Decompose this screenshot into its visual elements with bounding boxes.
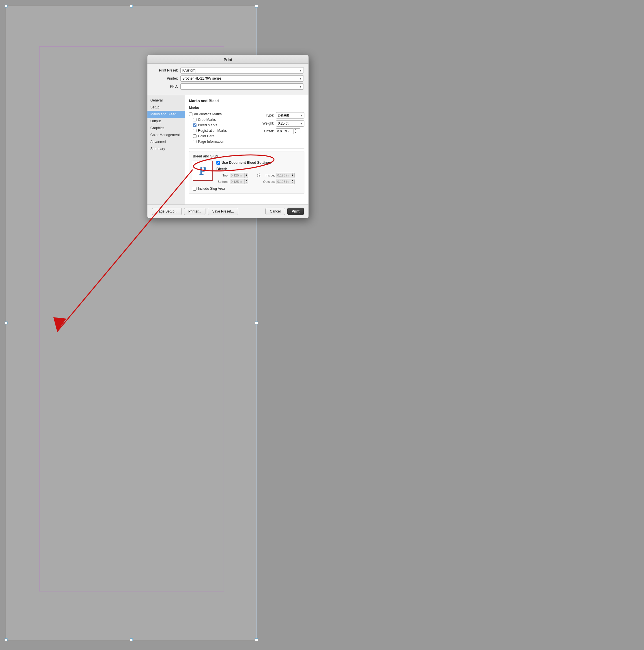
offset-row: Offset: ▲ ▼ [258, 128, 304, 134]
color-bars-label: Color Bars [198, 134, 214, 138]
section-divider [189, 148, 304, 149]
print-preset-select[interactable]: [Custom] [180, 67, 304, 74]
weight-select-wrapper: 0.25 pt ▼ [276, 120, 304, 127]
sidebar-item-output[interactable]: Output [147, 118, 185, 124]
bleed-marks-label: Bleed Marks [198, 123, 217, 127]
inside-down-arrow[interactable]: ▼ [291, 175, 294, 177]
printer-label: Printer: [152, 76, 178, 80]
inside-arrows: ▲ ▼ [291, 173, 294, 178]
offset-up-arrow[interactable]: ▲ [294, 128, 298, 131]
outside-label: Outside: [263, 180, 275, 183]
offset-label: Offset: [258, 129, 274, 133]
use-doc-bleed-checkbox[interactable] [216, 161, 220, 165]
registration-marks-row: Registration Marks [193, 129, 252, 133]
bottom-label: Bottom: [216, 180, 229, 183]
registration-marks-checkbox[interactable] [193, 129, 197, 132]
crop-marks-row: Crop Marks [193, 118, 252, 122]
top-spinner: ▲ ▼ [230, 173, 248, 178]
bleed-slug-title: Bleed and Slug [193, 154, 301, 158]
type-row: Type: Default ▼ [258, 112, 304, 118]
color-bars-checkbox[interactable] [193, 134, 197, 138]
dialog-titlebar: Print [147, 55, 308, 64]
print-button[interactable]: Print [287, 208, 304, 215]
bottom-input[interactable] [230, 179, 244, 184]
outside-up-arrow[interactable]: ▲ [291, 179, 294, 181]
print-preset-row: Print Preset: [Custom] ▼ [152, 67, 304, 74]
bleed-marks-checkbox[interactable] [193, 123, 197, 127]
include-slug-checkbox[interactable] [193, 187, 197, 191]
handle-tl [5, 5, 7, 7]
crop-marks-checkbox[interactable] [193, 118, 197, 121]
sidebar-item-graphics[interactable]: Graphics [147, 124, 185, 132]
offset-spinner: ▲ ▼ [276, 128, 300, 134]
inside-field-group: Inside: ▲ ▼ [263, 173, 301, 178]
ppd-row: PPD: ▼ [152, 83, 304, 90]
type-label: Type: [258, 113, 274, 117]
top-down-arrow[interactable]: ▼ [245, 175, 248, 177]
marks-properties: Type: Default ▼ Weight: 0.25 pt [258, 112, 304, 145]
bottom-down-arrow[interactable]: ▼ [245, 181, 248, 183]
registration-marks-label: Registration Marks [198, 129, 227, 133]
panel-title: Marks and Bleed [189, 99, 304, 103]
print-preset-label: Print Preset: [152, 68, 178, 72]
marks-checkboxes: All Printer's Marks Crop Marks Bleed Mar… [189, 112, 252, 145]
inside-input[interactable] [276, 173, 291, 178]
outside-down-arrow[interactable]: ▼ [291, 181, 294, 183]
bleed-slug-section: Bleed and Slug P Use Document Bleed Sett… [189, 151, 304, 194]
sidebar-item-advanced[interactable]: Advanced [147, 138, 185, 145]
print-dialog: Print Print Preset: [Custom] ▼ Printer: … [147, 55, 309, 218]
bleed-marks-row: Bleed Marks [193, 123, 252, 127]
type-select-wrapper: Default ▼ [276, 112, 304, 118]
offset-down-arrow[interactable]: ▼ [294, 131, 298, 134]
sidebar-item-summary[interactable]: Summary [147, 145, 185, 152]
bleed-preview-icon: P [193, 160, 213, 181]
panel-marks-and-bleed: Marks and Bleed Marks All Printer's Mark… [185, 95, 308, 205]
dialog-main: General Setup Marks and Bleed Output Gra… [147, 95, 308, 205]
handle-bc [130, 639, 133, 641]
bleed-preview-row: P Use Document Bleed Settings Bleed: Top… [193, 160, 301, 184]
use-doc-bleed-row: Use Document Bleed Settings [216, 160, 301, 165]
sidebar-item-general[interactable]: General [147, 97, 185, 104]
top-up-arrow[interactable]: ▲ [245, 173, 248, 175]
all-printers-marks-checkbox[interactable] [189, 112, 193, 116]
save-preset-button[interactable]: Save Preset... [208, 208, 238, 215]
handle-mr [255, 322, 258, 324]
bottom-field-group: Bottom: ▲ ▼ [216, 179, 254, 184]
weight-select[interactable]: 0.25 pt [276, 120, 304, 127]
bleed-field-label: Bleed: [216, 167, 301, 171]
color-bars-row: Color Bars [193, 134, 252, 138]
sidebar-item-marks-and-bleed[interactable]: Marks and Bleed [147, 111, 185, 118]
offset-input[interactable] [276, 129, 294, 134]
marks-section-title: Marks [189, 106, 304, 110]
printer-button[interactable]: Printer... [184, 208, 206, 215]
page-information-label: Page Information [198, 140, 224, 144]
cancel-button[interactable]: Cancel [266, 208, 285, 215]
include-slug-row: Include Slug Area [193, 187, 301, 191]
bleed-link-icon[interactable]: ⛓ [257, 173, 261, 178]
handle-bl [5, 639, 7, 641]
page-setup-button[interactable]: Page Setup... [152, 208, 182, 215]
inside-up-arrow[interactable]: ▲ [291, 173, 294, 175]
top-arrows: ▲ ▼ [244, 173, 248, 178]
dialog-footer: Page Setup... Printer... Save Preset... … [147, 205, 308, 218]
handle-ml [5, 322, 7, 324]
ppd-select-wrapper: ▼ [180, 83, 304, 90]
outside-arrows: ▲ ▼ [291, 179, 294, 184]
sidebar-item-color-management[interactable]: Color Management [147, 132, 185, 138]
weight-label: Weight: [258, 121, 274, 125]
page-information-checkbox[interactable] [193, 140, 197, 143]
handle-tr [255, 5, 258, 7]
top-label: Top: [216, 174, 229, 177]
weight-row: Weight: 0.25 pt ▼ [258, 120, 304, 127]
print-preset-select-wrapper: [Custom] ▼ [180, 67, 304, 74]
type-select[interactable]: Default [276, 112, 304, 118]
printer-select[interactable]: Brother HL-2170W series [180, 75, 304, 82]
all-printers-marks-label: All Printer's Marks [194, 112, 222, 116]
printer-row: Printer: Brother HL-2170W series ▼ [152, 75, 304, 82]
ppd-select[interactable] [180, 83, 304, 90]
top-field-group: Top: ▲ ▼ [216, 173, 254, 178]
top-input[interactable] [230, 173, 244, 178]
outside-input[interactable] [276, 179, 291, 184]
bottom-up-arrow[interactable]: ▲ [245, 179, 248, 181]
sidebar-item-setup[interactable]: Setup [147, 104, 185, 111]
